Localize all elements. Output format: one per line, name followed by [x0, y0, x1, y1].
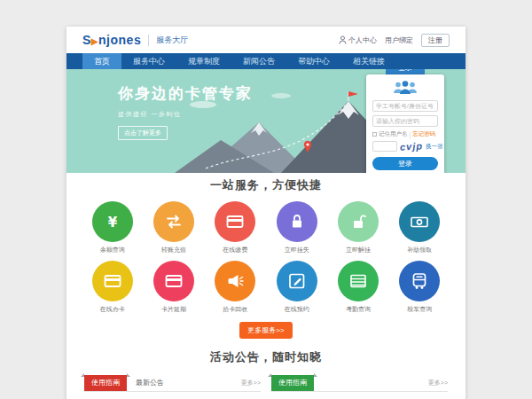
service-label: 拾卡回收	[205, 305, 266, 314]
register-button[interactable]: 注册	[421, 34, 450, 47]
tab-usage-guide-right[interactable]: 使用指南	[271, 375, 314, 391]
login-panel: 登录 记住用户名 | 忘记密码	[366, 69, 444, 173]
nav-item-news[interactable]: 新闻公告	[231, 53, 286, 69]
hero-title: 你身边的卡管专家	[118, 83, 253, 104]
services-grid: ¥余额查询 转账充值 在线缴费 立即挂失 立即解挂 补助领取 在线办卡 卡片延期…	[82, 201, 450, 314]
balance-yuan-icon[interactable]: ¥	[92, 201, 133, 242]
announcement-panel-left: 使用指南 最新公告 更多>>	[84, 373, 261, 392]
more-link-right[interactable]: 更多>>	[428, 379, 448, 391]
main-nav: 首页 服务中心 规章制度 新闻公告 帮助中心 相关链接	[66, 53, 466, 69]
site-header: S▶njones 服务大厅 个人中心 用户绑定 注册	[66, 27, 466, 53]
svg-text:¥: ¥	[107, 215, 117, 231]
service-label: 校车查询	[389, 305, 450, 314]
new-card-icon[interactable]	[92, 261, 133, 301]
hero-text: 你身边的卡管专家 提供捷径 一步到位 点击了解更多	[118, 83, 253, 140]
attendance-list-icon[interactable]	[338, 261, 379, 301]
logo-arrow-icon: ▶	[91, 36, 98, 46]
service-label: 在线缴费	[205, 246, 266, 254]
megaphone-icon[interactable]	[215, 261, 255, 301]
personal-center-label: 个人中心	[348, 35, 377, 45]
announcement-tabs: 使用指南 最新公告 更多>> 使用指南 更多>>	[84, 373, 448, 392]
service-label: 转账充值	[143, 246, 204, 254]
user-bind-label: 用户绑定	[385, 35, 413, 45]
tab-usage-guide-left[interactable]: 使用指南	[84, 375, 127, 391]
service-label: 立即解挂	[327, 246, 388, 254]
personal-center-link[interactable]: 个人中心	[339, 35, 377, 45]
remember-checkbox[interactable]	[372, 132, 377, 137]
transfer-arrows-icon[interactable]	[153, 201, 194, 242]
website: S▶njones 服务大厅 个人中心 用户绑定 注册 首页 服务中心 规章制度 …	[66, 27, 466, 399]
login-form: 记住用户名 | 忘记密码 cvjp 换一张 登录	[366, 74, 444, 173]
username-input[interactable]	[372, 100, 438, 112]
remember-label: 记住用户名	[379, 130, 408, 138]
service-item-school-bus[interactable]: 校车查询	[389, 261, 450, 314]
remember-row: 记住用户名 | 忘记密码	[372, 130, 438, 138]
nav-item-help[interactable]: 帮助中心	[286, 53, 341, 69]
captcha-image: cvjp	[400, 140, 424, 152]
payment-card-icon[interactable]	[215, 201, 255, 242]
service-item-subsidy[interactable]: 补助领取	[389, 201, 450, 254]
tab-latest-news[interactable]: 最新公告	[136, 378, 164, 391]
nav-item-service-center[interactable]: 服务中心	[121, 53, 176, 69]
card-extend-icon[interactable]	[153, 261, 194, 301]
more-link-left[interactable]: 更多>>	[241, 379, 261, 391]
site-subtitle: 服务大厅	[148, 35, 188, 46]
unlock-icon[interactable]	[338, 201, 379, 242]
service-item-reservation[interactable]: 在线预约	[266, 261, 327, 314]
service-item-report-loss[interactable]: 立即挂失	[266, 201, 327, 254]
logo[interactable]: S▶njones	[82, 33, 141, 47]
edit-pencil-icon[interactable]	[277, 261, 317, 301]
service-item-balance[interactable]: ¥余额查询	[82, 201, 143, 254]
service-label: 立即挂失	[266, 246, 327, 254]
more-services-button[interactable]: 更多服务>>	[239, 322, 292, 339]
service-item-card-extend[interactable]: 卡片延期	[143, 261, 204, 314]
service-item-apply-card[interactable]: 在线办卡	[82, 261, 143, 314]
user-bind-link[interactable]: 用户绑定	[385, 35, 413, 45]
login-submit-button[interactable]: 登录	[372, 157, 438, 170]
banknote-icon[interactable]	[399, 201, 440, 242]
announcements-title: 活动公告，随时知晓	[66, 349, 466, 365]
forgot-password-link[interactable]: 忘记密码	[412, 130, 435, 138]
service-label: 考勤查询	[327, 305, 388, 314]
divider: |	[410, 131, 411, 137]
password-input[interactable]	[372, 115, 438, 127]
nav-item-rules[interactable]: 规章制度	[176, 53, 231, 69]
service-label: 补助领取	[389, 246, 450, 254]
hero-subtitle: 提供捷径 一步到位	[118, 110, 253, 119]
lock-icon[interactable]	[277, 201, 317, 242]
services-section: 一站服务，方便快捷 ¥余额查询 转账充值 在线缴费 立即挂失 立即解挂 补助领取…	[66, 173, 466, 339]
nav-item-home[interactable]: 首页	[82, 53, 121, 69]
announcements-section: 活动公告，随时知晓 使用指南 最新公告 更多>> 使用指南 更多>>	[66, 339, 466, 392]
header-links: 个人中心 用户绑定 注册	[339, 34, 450, 47]
users-group-icon	[372, 80, 438, 97]
hero-banner: 你身边的卡管专家 提供捷径 一步到位 点击了解更多	[66, 69, 466, 173]
service-label: 在线预约	[266, 305, 327, 314]
service-item-transfer[interactable]: 转账充值	[143, 201, 204, 254]
service-label: 卡片延期	[143, 305, 204, 314]
service-item-cancel-loss[interactable]: 立即解挂	[327, 201, 388, 254]
captcha-refresh-link[interactable]: 换一张	[426, 143, 443, 151]
services-title: 一站服务，方便快捷	[66, 177, 466, 193]
captcha-row: cvjp 换一张	[372, 141, 438, 152]
captcha-input[interactable]	[372, 141, 397, 152]
logo-text-1: S	[82, 33, 91, 47]
bus-icon[interactable]	[399, 261, 440, 301]
hero-cta-button[interactable]: 点击了解更多	[118, 126, 168, 140]
user-icon	[339, 35, 347, 44]
page-background: S▶njones 服务大厅 个人中心 用户绑定 注册 首页 服务中心 规章制度 …	[0, 0, 532, 399]
announcement-panel-right: 使用指南 更多>>	[271, 373, 448, 392]
logo-text-2: njones	[98, 33, 141, 47]
service-label: 余额查询	[82, 246, 143, 254]
nav-item-links[interactable]: 相关链接	[341, 53, 396, 69]
service-item-attendance[interactable]: 考勤查询	[327, 261, 388, 314]
service-label: 在线办卡	[82, 305, 143, 314]
service-item-pay-online[interactable]: 在线缴费	[205, 201, 266, 254]
service-item-card-recycle[interactable]: 拾卡回收	[205, 261, 266, 314]
